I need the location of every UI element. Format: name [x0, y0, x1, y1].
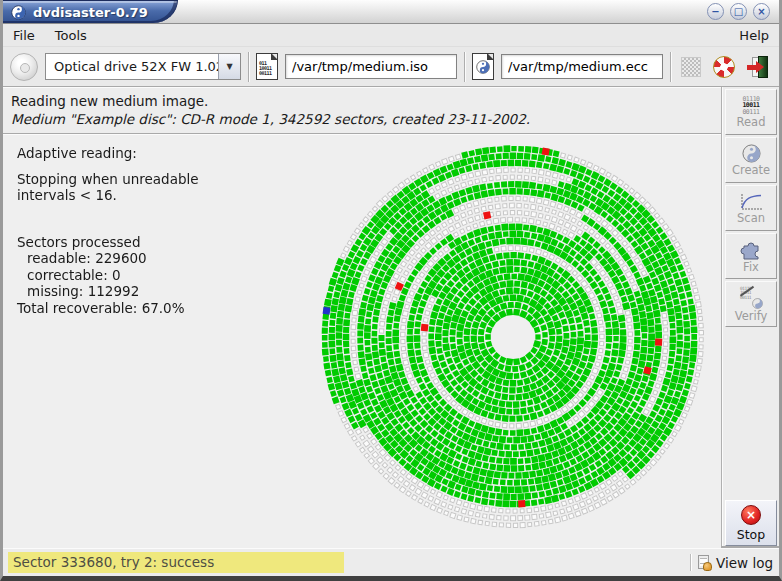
status-line1: Reading new medium image.: [11, 93, 721, 109]
drive-selector[interactable]: Optical drive 52X FW 1.02 ▼: [45, 53, 241, 80]
view-log-button[interactable]: View log: [698, 555, 773, 571]
preferences-icon: [681, 57, 701, 77]
stopping-line1: Stopping when unreadable: [17, 171, 199, 188]
statusbar-separator: [690, 554, 691, 571]
toolbar-separator: [464, 52, 465, 82]
content-row: Reading new medium image. Medium "Exampl…: [3, 87, 779, 548]
missing-stat: missing: 112992: [17, 283, 199, 300]
stop-icon: ×: [741, 505, 761, 525]
help-button[interactable]: [711, 53, 737, 81]
iso-file-input[interactable]: [285, 54, 457, 79]
verify-button[interactable]: 01110 10011 00111 Verify: [725, 281, 777, 327]
create-button[interactable]: Create: [725, 137, 777, 183]
create-yinyang-icon: [742, 144, 761, 163]
titlebar-tab[interactable]: dvdisaster-0.79: [3, 0, 178, 23]
status-header: Reading new medium image. Medium "Exampl…: [3, 87, 721, 134]
menu-help[interactable]: Help: [729, 25, 779, 46]
app-yinyang-icon: [11, 5, 26, 20]
view-log-label: View log: [716, 555, 773, 571]
close-button[interactable]: ×: [753, 3, 770, 20]
chevron-down-icon[interactable]: ▼: [218, 54, 240, 79]
read-button[interactable]: 01110 10011 00111 Read: [725, 89, 777, 135]
scan-button[interactable]: Scan: [725, 185, 777, 231]
reading-visualization-area: Adaptive reading: Stopping when unreadab…: [3, 134, 721, 548]
reading-info-panel: Adaptive reading: Stopping when unreadab…: [17, 145, 199, 316]
ecc-yinyang-icon: [476, 60, 490, 74]
menu-file[interactable]: File: [3, 25, 45, 46]
stop-button[interactable]: × Stop: [725, 500, 777, 546]
correctable-stat: correctable: 0: [17, 267, 199, 284]
scan-label: Scan: [737, 212, 765, 224]
toolbar-separator: [248, 52, 249, 82]
binary-icon: 01110 10011 00111: [742, 96, 759, 116]
status-message: Sector 333680, try 2: success: [8, 552, 344, 573]
ecc-file-icon: [472, 53, 494, 80]
optical-disc-icon: [10, 53, 38, 81]
action-sidebar: 01110 10011 00111 Read Create: [721, 87, 779, 548]
sectors-processed-label: Sectors processed: [17, 234, 199, 251]
ecc-file-input[interactable]: [501, 54, 663, 79]
lifebuoy-icon: [713, 56, 735, 78]
menu-tools[interactable]: Tools: [45, 25, 97, 46]
drive-selector-value: Optical drive 52X FW 1.02: [46, 54, 218, 79]
window-title: dvdisaster-0.79: [33, 5, 148, 20]
iso-image-icon: 011 10011 00111: [256, 53, 278, 80]
quit-button[interactable]: [744, 53, 770, 81]
exit-door-icon: [745, 55, 769, 79]
readable-stat: readable: 229600: [17, 250, 199, 267]
titlebar-drag-area[interactable]: [178, 0, 707, 23]
total-recoverable-stat: Total recoverable: 67.0%: [17, 300, 199, 317]
verify-icon: 01110 10011 00111: [739, 287, 763, 309]
preferences-button[interactable]: [678, 53, 704, 81]
app-window: dvdisaster-0.79 − □ × File Tools Help Op…: [0, 0, 782, 581]
view-log-icon: [698, 555, 712, 571]
verify-label: Verify: [735, 310, 768, 322]
scan-curve-icon: [739, 193, 763, 211]
status-line2: Medium "Example disc": CD-R mode 1, 3425…: [11, 111, 721, 127]
create-label: Create: [732, 164, 770, 176]
iso-icon-row: 00111: [259, 71, 277, 76]
titlebar: dvdisaster-0.79 − □ ×: [3, 0, 779, 24]
fix-button[interactable]: Fix: [725, 233, 777, 279]
toolbar: Optical drive 52X FW 1.02 ▼ 011 10011 00…: [3, 47, 779, 87]
stopping-line2: intervals < 16.: [17, 187, 199, 204]
reading-mode-label: Adaptive reading:: [17, 145, 199, 162]
maximize-button[interactable]: □: [730, 3, 747, 20]
minimize-button[interactable]: −: [707, 3, 724, 20]
stop-label: Stop: [737, 527, 765, 542]
fix-label: Fix: [743, 261, 759, 273]
puzzle-piece-icon: [740, 240, 762, 260]
statusbar: Sector 333680, try 2: success View log: [3, 548, 779, 576]
menubar: File Tools Help: [3, 24, 779, 47]
toolbar-separator: [670, 52, 671, 82]
read-label: Read: [737, 116, 766, 128]
